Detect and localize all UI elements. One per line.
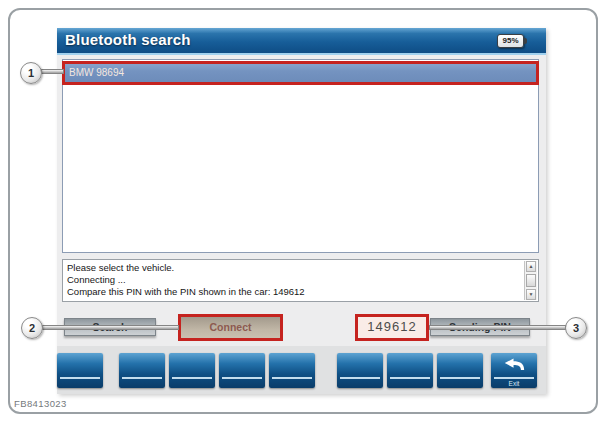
function-key-exit[interactable]: Exit (491, 353, 537, 388)
pin-display: 149612 (358, 317, 426, 337)
message-log: Please select the vehicle. Connecting ..… (62, 259, 539, 302)
scrollbar[interactable]: ▲ ▼ (524, 261, 537, 300)
callout-highlight-device: BMW 98694 (62, 61, 539, 85)
scrollbar-thumb[interactable] (526, 274, 536, 287)
function-key-bar: Exit (57, 346, 546, 394)
connect-button[interactable]: Connect (181, 317, 280, 338)
function-key-6[interactable] (337, 353, 383, 388)
message-line: Connecting ... (67, 274, 521, 286)
page-title: Bluetooth search (65, 31, 191, 48)
exit-arrow-icon (502, 358, 526, 371)
figure: FB8413023 Bluetooth search 95% BMW 98694… (0, 0, 608, 427)
device-list-item[interactable]: BMW 98694 (65, 64, 536, 82)
function-key-4[interactable] (219, 353, 265, 388)
battery-icon: 95% (497, 34, 524, 48)
battery-level: 95% (498, 35, 523, 47)
function-key-8[interactable] (437, 353, 483, 388)
callout-line (41, 69, 64, 74)
callout-highlight-pin: 149612 (355, 314, 429, 341)
device-list (62, 59, 539, 253)
callout-2: 2 (21, 317, 43, 339)
callout-1: 1 (20, 62, 42, 84)
title-bar: Bluetooth search 95% (57, 28, 546, 55)
function-key-1[interactable] (57, 353, 103, 388)
scroll-up-button[interactable]: ▲ (526, 261, 536, 272)
callout-line (429, 325, 566, 330)
message-line: Please select the vehicle. (67, 262, 521, 274)
exit-key-label: Exit (491, 380, 537, 387)
message-lines: Please select the vehicle. Connecting ..… (67, 262, 521, 298)
callout-highlight-connect: Connect (178, 314, 283, 341)
function-key-3[interactable] (169, 353, 215, 388)
function-key-2[interactable] (119, 353, 165, 388)
figure-code: FB8413023 (14, 398, 67, 409)
battery-nub (524, 38, 527, 44)
callout-line (42, 325, 179, 330)
diagnostic-app-window: Bluetooth search 95% BMW 98694 Please se… (57, 28, 546, 394)
callout-3: 3 (565, 317, 587, 339)
message-line: Compare this PIN with the PIN shown in t… (67, 286, 521, 298)
function-key-5[interactable] (269, 353, 315, 388)
function-key-7[interactable] (387, 353, 433, 388)
scroll-down-button[interactable]: ▼ (526, 289, 536, 300)
